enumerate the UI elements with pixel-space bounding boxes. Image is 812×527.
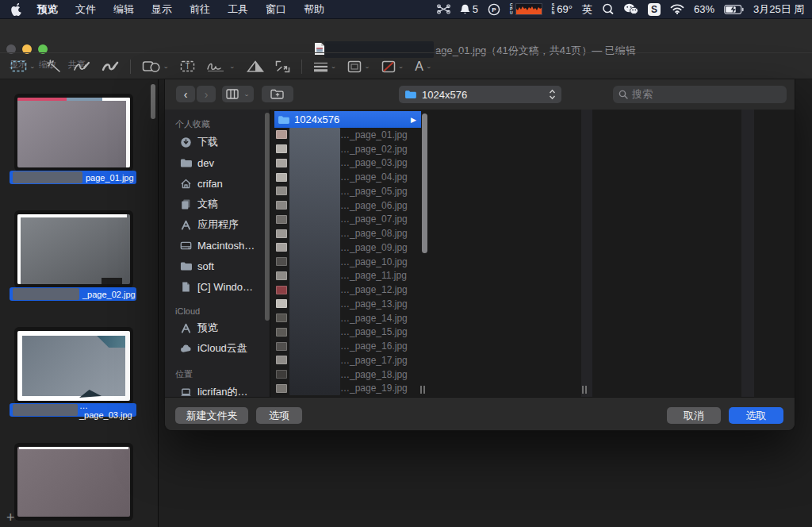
selection-tool-button[interactable]: ⌄	[5, 60, 41, 72]
folder-icon	[278, 115, 289, 125]
menu-item[interactable]: 文件	[67, 2, 105, 17]
magnifier-app-icon[interactable]	[602, 3, 614, 15]
sidebar-item-icon	[180, 198, 192, 210]
cpu-meter-label: CPU	[510, 3, 513, 15]
adjust-size-button[interactable]	[270, 60, 296, 73]
svg-text:T: T	[186, 62, 190, 71]
sidebar-item[interactable]: iCloud云盘	[165, 338, 270, 359]
forward-button[interactable]: ›	[197, 86, 216, 102]
sidebar-item[interactable]: licrifan的…	[165, 382, 270, 397]
page-thumbnail-1[interactable]	[14, 94, 133, 171]
app-menu[interactable]: 预览	[29, 2, 67, 17]
back-button[interactable]: ‹	[176, 86, 195, 102]
sidebar-item-label: Macintosh…	[197, 240, 255, 252]
search-input[interactable]: 搜索	[613, 86, 787, 103]
file-thumbnail	[276, 286, 287, 294]
thumbnail-label-3[interactable]: …_page_03.jpg	[10, 403, 136, 417]
sidebar-item[interactable]: soft	[165, 256, 270, 276]
cpu-meter[interactable]: CPU	[510, 3, 542, 15]
text-style-button[interactable]: A ⌄	[409, 60, 437, 74]
page-thumbnail-2[interactable]	[14, 210, 133, 288]
menu-item[interactable]: 工具	[219, 2, 257, 17]
adjust-color-button[interactable]	[241, 60, 270, 73]
wifi-icon[interactable]	[670, 4, 684, 14]
menu-item[interactable]: 前往	[181, 2, 219, 17]
circle-p-app-icon[interactable]: P	[488, 3, 500, 16]
view-mode-button[interactable]: ⌄	[222, 86, 254, 102]
sidebar-scrollbar[interactable]	[151, 84, 155, 119]
shapes-tool-button[interactable]: ⌄	[136, 60, 175, 73]
drone-icon[interactable]	[437, 4, 450, 14]
dialog-sidebar-scrollbar[interactable]	[265, 113, 270, 321]
selected-folder-row[interactable]: 1024x576 ▶	[274, 111, 421, 128]
text-style-glyph: A	[415, 60, 423, 74]
signature-tool-button[interactable]: ⌄	[201, 60, 241, 72]
file-thumbnail	[276, 384, 287, 393]
menu-item[interactable]: 编辑	[105, 2, 143, 17]
column-scrollbar[interactable]	[422, 113, 427, 253]
line-style-button[interactable]: ⌄	[308, 61, 343, 72]
file-thumbnail	[276, 299, 287, 308]
file-name: …_page_13.jpg	[340, 298, 408, 310]
sidebar-item-label: 文稿	[197, 197, 218, 211]
column-resize-handle[interactable]	[582, 386, 588, 394]
file-thumbnail	[276, 201, 287, 210]
sidebar-item[interactable]: 预览	[165, 317, 270, 338]
column-resize-handle[interactable]	[420, 386, 427, 394]
sidebar-item-icon	[180, 322, 192, 334]
sidebar-item-label: soft	[197, 260, 214, 272]
sidebar-item-label: crifan	[197, 178, 223, 190]
file-thumbnail	[276, 229, 287, 238]
temperature-sensor[interactable]: SEN 69°	[552, 3, 573, 15]
search-icon	[619, 90, 628, 99]
text-tool-button[interactable]: T	[174, 60, 201, 72]
sidebar-item[interactable]: 应用程序	[165, 214, 270, 235]
menu-item[interactable]: 帮助	[295, 2, 333, 17]
cancel-button[interactable]: 取消	[667, 407, 721, 424]
sidebar-item-label: 应用程序	[197, 217, 239, 232]
sidebar-item-label: dev	[197, 157, 214, 169]
page-thumbnail-3[interactable]	[14, 327, 133, 405]
magic-wand-button[interactable]	[41, 60, 67, 73]
markup-toolbar: ⌄ ⌄ T ⌄	[0, 52, 812, 79]
label-redaction-block	[13, 171, 82, 183]
choose-button[interactable]: 选取	[729, 407, 783, 424]
sidebar-item[interactable]: 下载	[165, 132, 270, 152]
input-source-indicator[interactable]: 英	[582, 2, 592, 17]
sidebar-item-icon	[180, 137, 192, 148]
wechat-icon[interactable]	[623, 3, 638, 15]
s-app-icon[interactable]: S	[648, 3, 661, 16]
sidebar-item[interactable]: [C] Windo…	[165, 276, 270, 297]
new-folder-button[interactable]: 新建文件夹	[175, 407, 248, 424]
path-popup-button[interactable]: 1024x576	[399, 86, 561, 103]
fill-color-button[interactable]: ⌄	[376, 60, 410, 73]
locations-header: 位置	[165, 364, 270, 382]
sidebar-item-label: 预览	[197, 321, 218, 335]
sidebar-item[interactable]: dev	[165, 152, 270, 173]
file-chooser-dialog: ‹ › ⌄ 1024x576 搜索 个人收藏	[164, 79, 795, 431]
apple-menu-icon[interactable]	[11, 2, 22, 16]
menubar-clock[interactable]: 3月25日 周	[753, 2, 812, 17]
menu-bar: 预览 文件编辑显示前往工具窗口帮助 5 P CPU SEN	[0, 0, 812, 19]
border-color-button[interactable]: ⌄	[342, 60, 376, 73]
file-name: …_page_01.jpg	[340, 129, 408, 140]
sidebar-item-icon	[180, 240, 192, 252]
sketch-tool-button[interactable]	[67, 60, 96, 72]
menu-item[interactable]: 显示	[143, 2, 181, 17]
thumbnail-label-2[interactable]: _page_02.jpg	[10, 287, 136, 301]
page-thumbnail-4[interactable]	[14, 443, 133, 521]
menu-item[interactable]: 窗口	[257, 2, 295, 17]
add-page-button[interactable]: +	[6, 510, 15, 526]
notification-bell-icon[interactable]: 5	[460, 3, 478, 15]
options-button[interactable]: 选项	[256, 407, 302, 424]
draw-tool-button[interactable]	[96, 60, 124, 72]
sidebar-item[interactable]: crifan	[165, 173, 270, 194]
battery-charging-icon[interactable]	[724, 5, 744, 14]
sidebar-item[interactable]: 文稿	[165, 194, 270, 214]
thumbnail-label-1[interactable]: page_01.jpg	[10, 171, 136, 184]
sidebar-item-label: [C] Windo…	[197, 281, 253, 293]
svg-text:P: P	[492, 6, 496, 13]
new-folder-toolbar-button[interactable]	[262, 86, 293, 102]
file-name: …_page_04.jpg	[340, 171, 408, 183]
sidebar-item[interactable]: Macintosh…	[165, 235, 270, 256]
